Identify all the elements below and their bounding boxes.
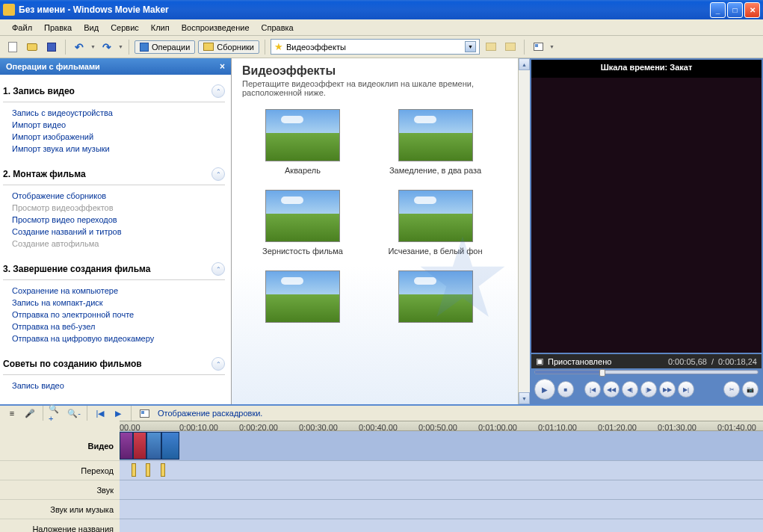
preview-status-bar: ▣ Приостановлено 0:00:05,68 / 0:00:18,24 — [531, 354, 762, 368]
task-link[interactable]: Импорт звука или музыки — [12, 143, 225, 155]
menu-view[interactable]: Вид — [78, 21, 105, 34]
timeline-play-button[interactable]: ▶ — [111, 406, 126, 421]
chevron-up-icon[interactable]: ⌃ — [211, 262, 225, 276]
effect-item[interactable]: Исчезание, в белый фон — [374, 190, 497, 256]
effect-item[interactable] — [374, 270, 497, 327]
timeline-toolbar: ≡ 🎤 🔍+ 🔍- |◀ ▶ Отображение раскадровки. — [0, 406, 763, 421]
menubar: Файл Правка Вид Сервис Клип Воспроизведе… — [0, 19, 763, 36]
snapshot-button[interactable]: 📷 — [742, 381, 759, 398]
status-icon: ▣ — [536, 356, 543, 366]
undo-icon: ↶ — [75, 41, 84, 53]
open-button[interactable] — [24, 39, 40, 55]
video-clip[interactable] — [133, 432, 146, 460]
location-combo[interactable]: ★ ▼ — [271, 39, 480, 55]
location-dropdown-button[interactable]: ▼ — [465, 41, 476, 52]
collections-button[interactable]: Сборники — [198, 40, 259, 54]
step-back-button[interactable]: ◀| — [622, 381, 638, 398]
close-button[interactable]: ✕ — [744, 2, 760, 18]
video-track[interactable] — [120, 431, 763, 461]
folder-icon — [203, 43, 214, 51]
timeline-ruler[interactable]: 00,000:00:10,000:00:20,000:00:30,000:00:… — [120, 421, 763, 431]
task-link[interactable]: Отправка на цифровую видеокамеру — [12, 332, 225, 344]
effect-item[interactable]: Акварель — [247, 109, 359, 175]
menu-play[interactable]: Воспроизведение — [176, 21, 256, 34]
effect-item[interactable] — [247, 270, 359, 327]
timeline-track-content[interactable] — [120, 431, 763, 532]
timeline-narrate-button[interactable]: 🎤 — [22, 406, 37, 421]
separator — [65, 40, 66, 55]
task-link[interactable]: Отправка по электронной почте — [12, 309, 225, 321]
track-label-video[interactable]: Видео — [0, 431, 120, 461]
task-link[interactable]: Просмотр видео переходов — [12, 214, 225, 226]
task-link[interactable]: Запись с видеоустройства — [12, 107, 225, 119]
task-link[interactable]: Запись на компакт-диск — [12, 297, 225, 309]
timeline-mode-label[interactable]: Отображение раскадровки. — [158, 409, 262, 418]
section-title: Советы по созданию фильмов — [3, 359, 142, 369]
zoom-out-button[interactable]: 🔍- — [67, 406, 81, 421]
tasks-close-button[interactable]: × — [220, 61, 225, 72]
zoom-in-button[interactable]: 🔍+ — [49, 406, 64, 421]
transition-marker[interactable] — [132, 463, 136, 477]
video-clip[interactable] — [146, 432, 161, 460]
forward-button[interactable]: ▶▶ — [659, 381, 676, 398]
prev-button[interactable]: |◀ — [584, 381, 601, 398]
effect-item[interactable]: Зернистость фильма — [247, 190, 359, 256]
scroll-down-button[interactable]: ▼ — [519, 392, 530, 404]
chevron-up-icon[interactable]: ⌃ — [211, 167, 225, 181]
task-link[interactable]: Создание названий и титров — [12, 226, 225, 238]
timeline-levels-button[interactable]: ≡ — [4, 406, 19, 421]
menu-help[interactable]: Справка — [256, 21, 300, 34]
scrollbar-vertical[interactable]: ▲ ▼ — [518, 58, 530, 404]
menu-tools[interactable]: Сервис — [105, 21, 145, 34]
task-link[interactable]: Импорт видео — [12, 119, 225, 131]
redo-button[interactable]: ↷ — [99, 39, 115, 55]
storyboard-icon — [137, 406, 152, 421]
location-input[interactable] — [286, 43, 462, 52]
play-button[interactable]: ▶ — [534, 379, 555, 400]
preview-time-total: 0:00:18,24 — [718, 357, 757, 366]
section-finish: 3. Завершение создания фильма ⌃ — [3, 259, 225, 280]
up-button[interactable] — [483, 39, 499, 55]
task-link: Просмотр видеоэффектов — [12, 202, 225, 214]
transition-marker[interactable] — [146, 463, 150, 477]
video-clip[interactable] — [161, 432, 179, 460]
audio-music-track[interactable] — [120, 500, 763, 519]
next-button[interactable]: ▶| — [678, 381, 694, 398]
effects-grid: АкварельЗамедление, в два разаЗернистост… — [232, 102, 530, 404]
tasks-button[interactable]: Операции — [135, 40, 195, 54]
stop-button[interactable]: ■ — [557, 381, 574, 398]
rewind-button[interactable]: ◀◀ — [603, 381, 620, 398]
transition-marker[interactable] — [161, 463, 165, 477]
task-link[interactable]: Отображение сборников — [12, 190, 225, 202]
step-fwd-button[interactable]: |▶ — [640, 381, 657, 398]
task-link[interactable]: Сохранение на компьютере — [12, 285, 225, 297]
effect-item[interactable]: Замедление, в два раза — [374, 109, 497, 175]
scroll-up-button[interactable]: ▲ — [519, 58, 530, 70]
task-link[interactable]: Импорт изображений — [12, 131, 225, 143]
tasks-button-label: Операции — [152, 43, 190, 52]
task-link[interactable]: Запись видео — [12, 380, 225, 392]
title-overlay-track[interactable] — [120, 519, 763, 532]
seek-thumb[interactable] — [599, 369, 605, 377]
new-button[interactable] — [4, 39, 21, 55]
content-subtitle: Перетащите видеоэффект на видеоклип на ш… — [242, 79, 519, 97]
new-folder-button[interactable] — [502, 39, 519, 55]
minimize-button[interactable]: _ — [710, 2, 726, 18]
maximize-button[interactable]: □ — [727, 2, 743, 18]
split-button[interactable]: ✂ — [723, 381, 740, 398]
menu-clip[interactable]: Клип — [145, 21, 176, 34]
video-clip[interactable] — [120, 432, 133, 460]
timeline-rewind-button[interactable]: |◀ — [93, 406, 108, 421]
transition-track[interactable] — [120, 461, 763, 480]
menu-file[interactable]: Файл — [6, 21, 38, 34]
seek-area — [530, 368, 763, 376]
save-button[interactable] — [43, 39, 60, 55]
chevron-up-icon[interactable]: ⌃ — [211, 84, 225, 98]
chevron-up-icon[interactable]: ⌃ — [211, 357, 225, 371]
view-button[interactable] — [530, 39, 546, 55]
task-link[interactable]: Отправка на веб-узел — [12, 321, 225, 332]
audio-track[interactable] — [120, 480, 763, 500]
menu-edit[interactable]: Правка — [38, 21, 78, 34]
undo-button[interactable]: ↶ — [71, 39, 87, 55]
seek-bar[interactable] — [534, 370, 759, 374]
